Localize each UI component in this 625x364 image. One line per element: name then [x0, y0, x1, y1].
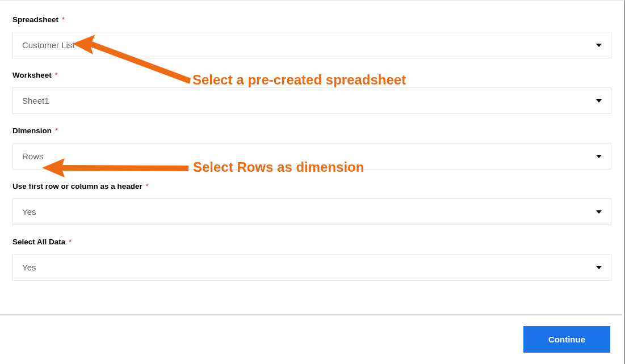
caret-down-icon — [596, 266, 602, 269]
required-marker: * — [55, 71, 58, 79]
select-header[interactable]: Yes — [12, 198, 611, 225]
select-header-value: Yes — [22, 207, 596, 217]
label-dimension-text: Dimension — [12, 126, 52, 135]
caret-down-icon — [596, 210, 602, 214]
select-worksheet[interactable]: Sheet1 — [12, 87, 611, 114]
select-spreadsheet-value: Customer List — [22, 40, 596, 50]
label-select-all-text: Select All Data — [12, 238, 65, 246]
label-spreadsheet-text: Spreadsheet — [12, 15, 58, 24]
field-worksheet: Worksheet * Sheet1 — [12, 71, 611, 114]
label-dimension: Dimension * — [12, 126, 611, 135]
field-spreadsheet: Spreadsheet * Customer List — [12, 15, 611, 58]
select-spreadsheet[interactable]: Customer List — [12, 32, 611, 58]
caret-down-icon — [596, 155, 602, 158]
field-dimension: Dimension * Rows — [12, 126, 611, 170]
label-spreadsheet: Spreadsheet * — [12, 15, 611, 24]
label-header-text: Use first row or column as a header — [12, 182, 142, 191]
field-select-all: Select All Data * Yes — [12, 238, 611, 281]
label-select-all: Select All Data * — [12, 238, 611, 246]
label-worksheet: Worksheet * — [12, 71, 611, 79]
label-worksheet-text: Worksheet — [12, 71, 52, 79]
form-container: Spreadsheet * Customer List Worksheet * … — [0, 1, 624, 281]
required-marker: * — [69, 238, 72, 246]
field-header: Use first row or column as a header * Ye… — [12, 182, 611, 225]
footer: Continue — [0, 314, 623, 364]
select-select-all-value: Yes — [22, 263, 596, 272]
select-select-all[interactable]: Yes — [12, 254, 611, 281]
caret-down-icon — [596, 99, 602, 103]
select-dimension-value: Rows — [22, 151, 596, 161]
required-marker: * — [62, 15, 65, 24]
caret-down-icon — [596, 44, 602, 47]
continue-button[interactable]: Continue — [523, 326, 610, 353]
select-dimension[interactable]: Rows — [12, 143, 611, 170]
label-header: Use first row or column as a header * — [12, 182, 611, 191]
select-worksheet-value: Sheet1 — [22, 96, 596, 105]
required-marker: * — [55, 126, 58, 135]
required-marker: * — [146, 182, 149, 191]
